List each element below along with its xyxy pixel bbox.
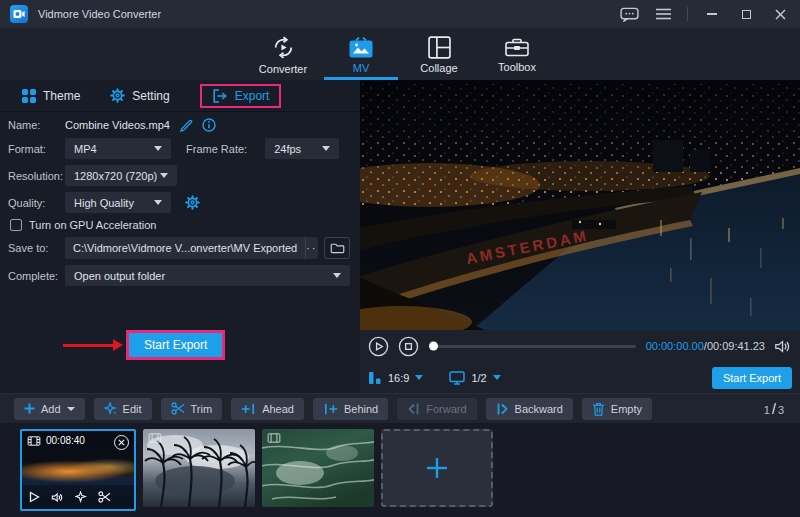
menu-icon[interactable]: [653, 5, 673, 23]
clip-actions: [22, 485, 134, 509]
screen-mode-select[interactable]: 1/2: [449, 371, 500, 385]
feedback-icon[interactable]: [619, 5, 639, 23]
gpu-row: Turn on GPU Acceleration: [8, 219, 350, 231]
maximize-button[interactable]: [736, 5, 756, 23]
aspect-ratio-select[interactable]: 16:9: [368, 371, 423, 385]
start-export-area: Start Export: [63, 330, 225, 360]
clip-thumbnail-1[interactable]: 00:08:40: [20, 429, 136, 511]
edit-button[interactable]: Edit: [94, 398, 152, 420]
close-button[interactable]: [770, 5, 790, 23]
folder-icon: [330, 242, 345, 254]
clip-trim-scissors-icon[interactable]: [98, 491, 111, 503]
name-row: Name: Combine Videos.mp4: [8, 118, 350, 132]
framerate-select[interactable]: 24fps: [265, 138, 339, 159]
forward-button[interactable]: Forward: [397, 398, 476, 420]
nav-tab-mv[interactable]: MV: [322, 28, 400, 80]
trim-button[interactable]: Trim: [161, 398, 223, 420]
titlebar: Vidmore Video Converter: [0, 0, 800, 28]
ahead-button[interactable]: Ahead: [231, 398, 304, 420]
time-display: 00:00:00.00/00:09:41.23: [646, 340, 765, 352]
behind-button[interactable]: Behind: [313, 398, 388, 420]
mv-icon: [348, 36, 374, 59]
insert-behind-icon: [323, 403, 338, 415]
nav-tab-collage[interactable]: Collage: [400, 28, 478, 80]
titlebar-divider: [687, 7, 688, 21]
clip-edit-star-icon[interactable]: [75, 491, 87, 503]
name-value: Combine Videos.mp4: [65, 119, 170, 131]
video-preview[interactable]: AMSTERDAM: [360, 80, 800, 330]
film-icon: [148, 433, 162, 445]
format-row: Format: MP4 Frame Rate: 24fps: [8, 138, 350, 159]
chevron-down-icon: [415, 375, 423, 380]
start-export-button[interactable]: Start Export: [126, 330, 225, 360]
chevron-down-icon: [322, 146, 330, 151]
export-settings-panel: Theme Setting Export Name: Combine Video…: [0, 80, 360, 393]
seek-slider[interactable]: [431, 345, 636, 348]
trash-icon: [592, 402, 605, 416]
saveto-label: Save to:: [8, 242, 65, 254]
clip-toolbar: Add Edit Trim Ahead Behind Forward Backw…: [0, 393, 800, 423]
chevron-down-icon: [493, 375, 501, 380]
clip-volume-icon[interactable]: [51, 492, 64, 503]
format-select[interactable]: MP4: [65, 138, 171, 159]
converter-icon: [271, 35, 296, 60]
backward-button[interactable]: Backward: [486, 398, 573, 420]
format-label: Format:: [8, 143, 65, 155]
gear-icon: [110, 88, 125, 103]
resolution-select[interactable]: 1280x720 (720p): [65, 165, 177, 186]
resolution-label: Resolution:: [8, 170, 65, 182]
chevron-down-icon: [154, 200, 162, 205]
saveto-path: C:\Vidmore\Vidmore V...onverter\MV Expor…: [65, 242, 305, 254]
quality-settings-gear-icon[interactable]: [185, 195, 200, 210]
remove-clip-icon[interactable]: [114, 435, 129, 450]
gpu-checkbox[interactable]: [10, 219, 22, 231]
browse-button[interactable]: ···: [305, 237, 318, 259]
minimize-button[interactable]: [702, 5, 722, 23]
insert-ahead-icon: [241, 403, 256, 415]
add-button[interactable]: Add: [14, 398, 85, 420]
seek-knob[interactable]: [429, 342, 438, 351]
clip-duration: 00:08:40: [27, 435, 85, 446]
app-window: Vidmore Video Converter Converter MV: [0, 0, 800, 517]
monitor-icon: [449, 371, 465, 385]
quality-row: Quality: High Quality: [8, 192, 350, 213]
rename-pencil-icon[interactable]: [180, 119, 193, 132]
play-button[interactable]: [368, 336, 389, 357]
complete-row: Complete: Open output folder: [8, 265, 350, 286]
film-icon: [27, 436, 41, 446]
info-icon[interactable]: [202, 118, 216, 132]
export-form: Name: Combine Videos.mp4 Format: MP4 Fra…: [0, 112, 360, 286]
clip-thumbnail-2[interactable]: [143, 429, 255, 507]
complete-select[interactable]: Open output folder: [65, 265, 350, 286]
chevron-down-icon: [67, 407, 75, 411]
toolbox-icon: [505, 37, 529, 58]
open-folder-button[interactable]: [324, 237, 350, 259]
chevron-down-icon: [154, 146, 162, 151]
plus-icon: [425, 456, 449, 480]
player-controls: 00:00:00.00/00:09:41.23 16:9 1/2 Start E…: [360, 330, 800, 393]
clip-play-icon[interactable]: [29, 491, 40, 503]
complete-label: Complete:: [8, 270, 65, 282]
framerate-label: Frame Rate:: [186, 143, 247, 155]
nav-tab-toolbox[interactable]: Toolbox: [478, 28, 556, 80]
add-clip-slot[interactable]: [381, 429, 493, 507]
nav-tab-converter[interactable]: Converter: [244, 28, 322, 80]
gpu-label: Turn on GPU Acceleration: [29, 219, 156, 231]
tab-theme[interactable]: Theme: [22, 89, 80, 103]
tab-setting[interactable]: Setting: [110, 88, 169, 103]
quality-label: Quality:: [8, 197, 65, 209]
clip-thumbnail-3[interactable]: [262, 429, 374, 507]
stop-button[interactable]: [398, 336, 419, 357]
page-indicator: 1/3: [764, 401, 784, 417]
panel-tabs: Theme Setting Export: [0, 80, 360, 112]
film-icon: [267, 433, 281, 445]
saveto-row: Save to: C:\Vidmore\Vidmore V...onverter…: [8, 237, 350, 259]
tab-export[interactable]: Export: [200, 84, 282, 108]
volume-icon[interactable]: [774, 339, 792, 354]
resolution-row: Resolution: 1280x720 (720p): [8, 165, 350, 186]
main-nav: Converter MV Collage Toolbox: [0, 28, 800, 80]
start-export-button-player[interactable]: Start Export: [712, 367, 792, 389]
saveto-field[interactable]: C:\Vidmore\Vidmore V...onverter\MV Expor…: [65, 237, 318, 259]
empty-button[interactable]: Empty: [582, 398, 652, 420]
quality-select[interactable]: High Quality: [65, 192, 171, 213]
